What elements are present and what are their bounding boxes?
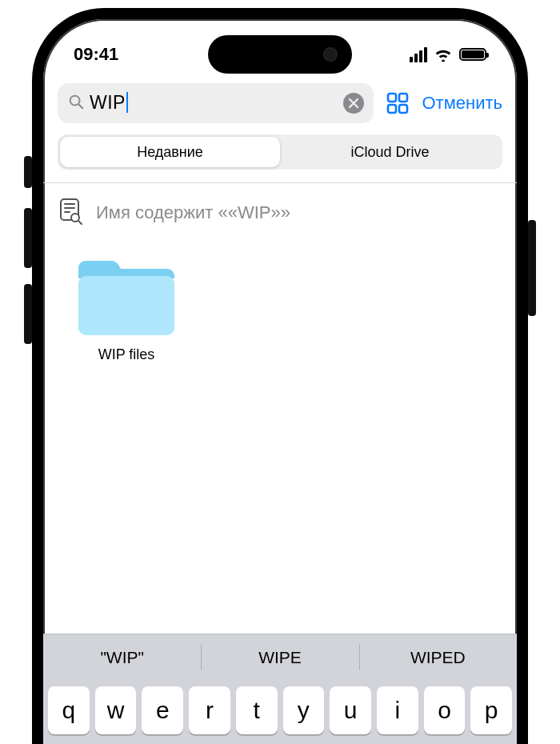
status-time: 09:41 — [74, 44, 118, 65]
key-r[interactable]: r — [189, 686, 230, 734]
folder-icon — [70, 257, 182, 340]
tab-icloud-drive[interactable]: iCloud Drive — [280, 137, 500, 167]
key-q[interactable]: q — [48, 686, 90, 734]
scope-segmented-control: Недавние iCloud Drive — [58, 134, 502, 170]
view-mode-button[interactable] — [385, 90, 410, 116]
svg-line-1 — [79, 105, 83, 109]
keyboard-row-1: q w e r t y u i o p — [43, 680, 517, 744]
filter-token-label: Имя содержит ««WIP»» — [96, 202, 290, 223]
document-search-icon — [59, 198, 83, 228]
key-u[interactable]: u — [330, 686, 371, 734]
search-icon — [67, 93, 85, 114]
wifi-icon — [434, 47, 453, 62]
phone-power-button — [528, 220, 536, 316]
search-input[interactable]: WIP — [90, 92, 338, 114]
folder-item[interactable]: WIP files — [62, 257, 190, 363]
phone-frame: 09:41 WIP — [32, 8, 528, 744]
suggestion-3[interactable]: WIPED — [359, 634, 517, 680]
key-y[interactable]: y — [283, 686, 325, 734]
phone-volume-down — [24, 284, 32, 344]
folder-label: WIP files — [98, 346, 155, 363]
key-i[interactable]: i — [377, 686, 418, 734]
svg-line-10 — [78, 221, 82, 224]
cellular-signal-icon — [410, 47, 427, 62]
svg-rect-4 — [388, 105, 396, 113]
svg-rect-2 — [388, 94, 396, 102]
key-t[interactable]: t — [236, 686, 278, 734]
key-p[interactable]: p — [470, 686, 512, 734]
search-field[interactable]: WIP — [58, 83, 374, 123]
text-caret — [126, 92, 128, 113]
svg-rect-12 — [78, 276, 174, 335]
search-row: WIP Отменить — [43, 75, 517, 134]
search-filter-token[interactable]: Имя содержит ««WIP»» — [43, 183, 517, 234]
phone-volume-up — [24, 208, 32, 268]
key-w[interactable]: w — [95, 686, 137, 734]
svg-rect-5 — [399, 105, 407, 113]
battery-icon — [459, 48, 486, 61]
keyboard-suggestion-bar: "WIP" WIPE WIPED — [43, 634, 517, 680]
suggestion-2[interactable]: WIPE — [201, 634, 358, 680]
cancel-button[interactable]: Отменить — [422, 93, 502, 114]
suggestion-1[interactable]: "WIP" — [43, 634, 201, 680]
key-o[interactable]: o — [424, 686, 466, 734]
svg-rect-3 — [399, 94, 407, 102]
status-bar: 09:41 — [43, 19, 517, 75]
key-e[interactable]: e — [142, 686, 183, 734]
tab-recents[interactable]: Недавние — [60, 137, 280, 167]
phone-silent-switch — [24, 156, 32, 188]
results-grid: WIP files — [43, 234, 517, 386]
svg-point-0 — [70, 96, 80, 106]
clear-search-button[interactable] — [343, 93, 364, 114]
